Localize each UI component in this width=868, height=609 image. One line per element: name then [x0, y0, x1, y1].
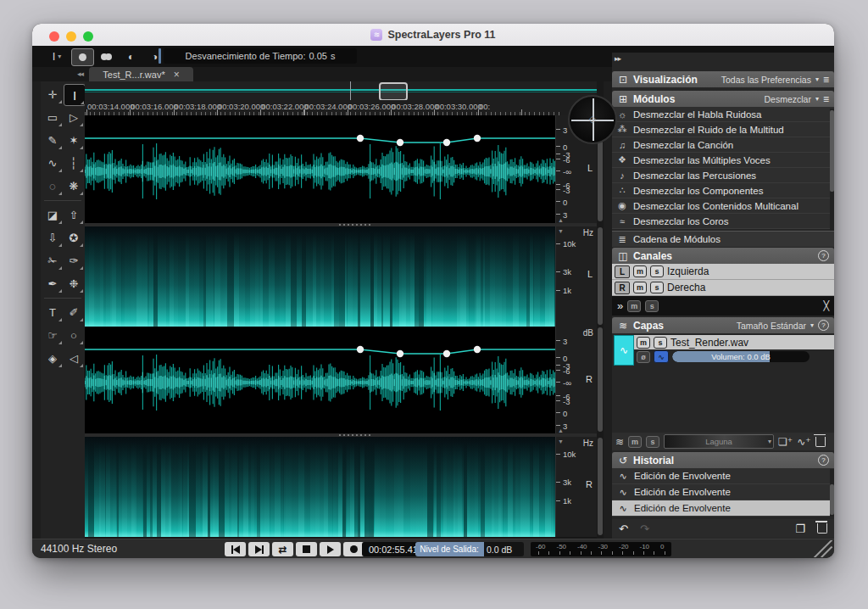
- transform-tool[interactable]: ✛: [42, 84, 63, 104]
- zoom-tool[interactable]: ○: [64, 325, 84, 345]
- channel-mute-button[interactable]: m: [633, 282, 647, 293]
- help-icon[interactable]: ?: [818, 250, 829, 261]
- collapse-down-icon[interactable]: ▼: [558, 439, 564, 444]
- history-item[interactable]: ∿Edición de Envolvente: [612, 484, 834, 500]
- time-selection-tool[interactable]: I: [64, 84, 86, 106]
- waveform-right-channel[interactable]: [85, 327, 555, 433]
- spectrogram-right-channel[interactable]: [85, 437, 555, 537]
- module-item[interactable]: ⁂Desmezclar el Ruido de la Multitud: [612, 122, 834, 137]
- module-item[interactable]: ♫Desmezclar la Canción: [612, 137, 834, 153]
- redo-icon[interactable]: ↷: [640, 522, 649, 535]
- module-item[interactable]: ◉Desmezclar los Contenidos Multicanal: [612, 198, 834, 214]
- loop-button[interactable]: ⇄: [272, 542, 293, 556]
- layer-mute-button[interactable]: m: [637, 337, 650, 349]
- harmonic-selection-tool[interactable]: ❋: [64, 176, 84, 196]
- cross-route-icon[interactable]: ╳: [823, 300, 829, 311]
- history-panel-header[interactable]: ↺ Historial ?: [612, 452, 834, 468]
- delete-layer-icon[interactable]: [815, 437, 826, 447]
- envelope-point[interactable]: [357, 346, 364, 353]
- module-item[interactable]: ♪Desmezclar las Percusiones: [612, 168, 834, 183]
- menu-icon[interactable]: ≡: [823, 74, 829, 86]
- navigation-compass[interactable]: ◇: [568, 95, 617, 144]
- collapse-up-icon[interactable]: ▲: [558, 217, 564, 223]
- current-tool-selector[interactable]: I ▾: [44, 48, 70, 64]
- merge-channels-icon[interactable]: »: [617, 299, 623, 312]
- add-group-icon[interactable]: ❏⁺: [778, 436, 793, 448]
- time-fade-field[interactable]: Desvanecimiento de Tiempo: 0.05 s: [164, 48, 357, 64]
- help-icon[interactable]: ?: [818, 320, 829, 331]
- collapse-up-icon[interactable]: ▲: [558, 427, 564, 433]
- channels-panel-header[interactable]: ◫ Canales ?: [612, 248, 834, 264]
- layers-solo-button[interactable]: s: [646, 436, 659, 448]
- spectrogram-left-channel[interactable]: [85, 226, 555, 327]
- navigator-view-thumb[interactable]: [379, 82, 408, 101]
- module-item[interactable]: ❖Desmezclar las Múltiples Voces: [612, 153, 834, 168]
- skip-start-button[interactable]: [225, 542, 246, 556]
- module-chain-row[interactable]: ≣ Cadena de Módulos: [612, 231, 834, 247]
- tab-collapse-icon[interactable]: ◂◂: [77, 70, 83, 78]
- playback-tool[interactable]: ◁: [64, 348, 84, 368]
- help-icon[interactable]: ?: [818, 455, 829, 466]
- master-solo-button[interactable]: s: [645, 300, 659, 312]
- draw-tool[interactable]: ✒: [42, 273, 63, 293]
- eyedropper-tool[interactable]: ✐: [64, 302, 84, 322]
- fade-slider-handle[interactable]: [159, 48, 161, 64]
- time-ruler[interactable]: 00:03:14.00000:03:16.00000:03:18.00000:0…: [85, 100, 604, 115]
- smudge-tool[interactable]: ✑: [64, 250, 84, 271]
- area-selection-tool[interactable]: ◌: [42, 176, 63, 196]
- layer-volume-slider[interactable]: Volumen: 0.0 dB: [672, 351, 810, 362]
- frequency-selection-tool[interactable]: ┆: [64, 153, 84, 173]
- minimize-window-button[interactable]: [66, 31, 76, 42]
- channel-solo-button[interactable]: s: [650, 282, 664, 293]
- history-item[interactable]: ∿Edición de Envolvente: [612, 468, 834, 484]
- play-button[interactable]: [320, 542, 341, 556]
- resize-grip[interactable]: [812, 540, 832, 557]
- flatten-layers-icon[interactable]: ≋: [615, 436, 624, 448]
- channel-row[interactable]: RmsDerecha: [612, 280, 834, 296]
- history-item[interactable]: ∿Edición de Envolvente: [612, 500, 834, 517]
- waveform-left-channel[interactable]: [85, 115, 555, 223]
- layers-panel-header[interactable]: ≋ Capas Tamaño Estándar ▾ ?: [612, 317, 834, 333]
- canvas-vertical-scrollbar[interactable]: [597, 81, 604, 539]
- output-level-slider[interactable]: Nivel de Salida: 0.0 dB: [415, 542, 524, 556]
- modules-panel-header[interactable]: ⊞ Módulos Desmezclar ▾ ≡: [612, 91, 834, 107]
- channel-solo-button[interactable]: s: [650, 265, 664, 277]
- overview-navigator[interactable]: [85, 81, 604, 100]
- envelope-point[interactable]: [443, 139, 450, 146]
- layer-envelope-button[interactable]: ∿: [654, 350, 669, 363]
- envelope-point[interactable]: [474, 346, 481, 353]
- editor-canvas[interactable]: 00:03:14.00000:03:16.00000:03:18.00000:0…: [85, 81, 604, 539]
- layer-preset-dropdown[interactable]: Laguna ▾: [664, 434, 774, 449]
- envelope-point[interactable]: [397, 350, 403, 357]
- blend-split-button[interactable]: ◑: [144, 48, 165, 64]
- envelope-point[interactable]: [474, 135, 481, 142]
- layer-row[interactable]: m s Test_Render.wav: [634, 335, 834, 349]
- envelope-point[interactable]: [397, 139, 403, 146]
- clone-stamp-tool[interactable]: ✪: [64, 227, 84, 248]
- blend-half-button[interactable]: ◐: [120, 48, 142, 64]
- layer-size-dropdown[interactable]: Tamaño Estándar: [737, 321, 806, 331]
- layer-phase-button[interactable]: ø: [637, 351, 650, 363]
- envelope-point[interactable]: [357, 135, 364, 142]
- hand-tool[interactable]: ☞: [42, 325, 63, 345]
- channel-mute-button[interactable]: m: [633, 265, 647, 277]
- magic-wand-tool[interactable]: ✶: [64, 130, 84, 150]
- clear-history-icon[interactable]: [817, 523, 827, 534]
- brush-selection-tool[interactable]: ✎: [42, 130, 63, 150]
- modules-category-dropdown[interactable]: Desmezclar: [765, 94, 811, 104]
- cube-3d-tool[interactable]: ◈: [42, 348, 63, 368]
- module-item[interactable]: ∴Desmezclar los Componentes: [612, 183, 834, 198]
- layer-thumbnail[interactable]: ∿: [614, 335, 634, 366]
- layer-solo-button[interactable]: s: [654, 337, 667, 349]
- master-mute-button[interactable]: m: [627, 300, 641, 312]
- envelope-point[interactable]: [443, 350, 450, 357]
- close-tab-icon[interactable]: ×: [174, 70, 180, 80]
- blend-double-button[interactable]: [96, 48, 117, 64]
- zoom-window-button[interactable]: [83, 31, 93, 42]
- undo-icon[interactable]: ↶: [619, 522, 628, 535]
- heal-tool[interactable]: ✁: [42, 250, 63, 271]
- layers-mute-button[interactable]: m: [628, 436, 642, 448]
- attenuate-tool[interactable]: ⇩: [42, 227, 63, 248]
- blend-full-button[interactable]: [71, 48, 94, 66]
- stop-button[interactable]: [296, 542, 317, 556]
